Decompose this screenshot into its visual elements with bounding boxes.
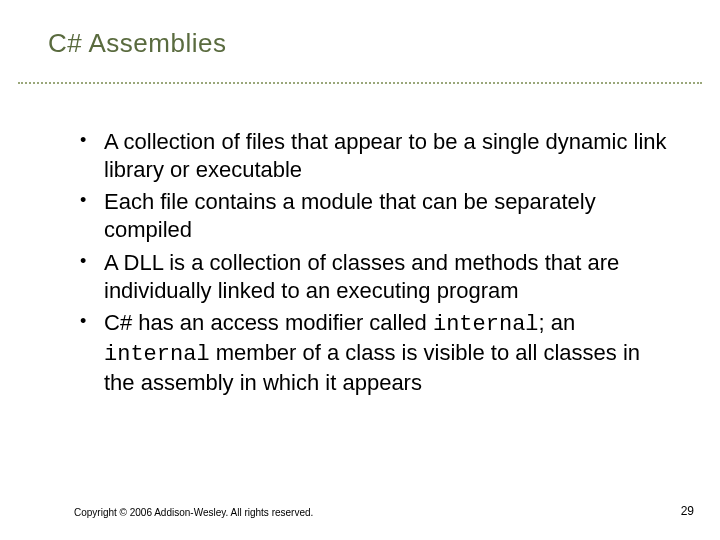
code-text: internal [104, 342, 210, 367]
list-item: C# has an access modifier called interna… [74, 309, 672, 397]
copyright-text: Copyright © 2006 Addison-Wesley. All rig… [74, 507, 313, 518]
slide-title: C# Assemblies [48, 28, 226, 59]
divider-line [18, 82, 702, 84]
bullet-text: ; an [539, 310, 576, 335]
bullet-list: A collection of files that appear to be … [74, 128, 672, 397]
bullet-text: A collection of files that appear to be … [104, 129, 667, 182]
slide: C# Assemblies A collection of files that… [0, 0, 720, 540]
list-item: Each file contains a module that can be … [74, 188, 672, 244]
bullet-text: A DLL is a collection of classes and met… [104, 250, 619, 303]
list-item: A DLL is a collection of classes and met… [74, 249, 672, 305]
bullet-text: C# has an access modifier called [104, 310, 433, 335]
body-content: A collection of files that appear to be … [74, 128, 672, 401]
list-item: A collection of files that appear to be … [74, 128, 672, 184]
bullet-text: Each file contains a module that can be … [104, 189, 596, 242]
code-text: internal [433, 312, 539, 337]
page-number: 29 [681, 504, 694, 518]
